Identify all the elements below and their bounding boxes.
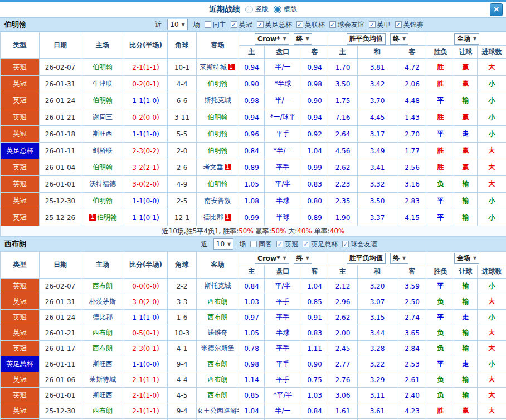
- home-team[interactable]: 牛津联: [81, 76, 124, 92]
- home-team[interactable]: 伯明翰: [81, 92, 124, 109]
- away-team[interactable]: 西布朗: [197, 372, 239, 388]
- league-checkbox[interactable]: ✓英甲: [369, 20, 391, 30]
- away-team[interactable]: 西布朗: [197, 388, 239, 403]
- avg-final-select[interactable]: 终 ▼: [390, 33, 408, 45]
- match-score[interactable]: 3-2(2-1): [124, 159, 168, 176]
- away-team[interactable]: 伯明翰: [197, 109, 239, 126]
- away-team[interactable]: 伯明翰: [197, 126, 239, 143]
- home-team[interactable]: 斯旺西: [81, 388, 124, 403]
- venue-checkbox[interactable]: 同主: [205, 20, 226, 30]
- away-team[interactable]: 伯明翰: [197, 176, 239, 193]
- home-team[interactable]: 伯明翰: [81, 159, 124, 176]
- match-score[interactable]: 1-1(1-0): [124, 92, 168, 109]
- avg-away: 2.83: [397, 193, 427, 209]
- avg-away: 2.74: [397, 310, 427, 325]
- home-team[interactable]: 莱斯特城: [81, 372, 124, 388]
- home-team[interactable]: 西布朗: [81, 279, 124, 294]
- odds-handicap: 半球: [265, 325, 301, 341]
- league-checkbox[interactable]: ✓英足总杯: [303, 240, 338, 249]
- league-checkbox-label: 英联杯: [305, 20, 325, 30]
- match-score[interactable]: 0-0(0-0): [124, 279, 168, 294]
- home-team[interactable]: 沃特福德: [81, 176, 124, 193]
- home-team[interactable]: 朴茨茅斯: [81, 294, 124, 310]
- avg-away: 4.23: [397, 403, 427, 419]
- away-team[interactable]: 西布朗: [197, 294, 239, 310]
- away-team[interactable]: 伯明翰: [197, 76, 239, 92]
- match-score[interactable]: 1-1(1-0): [124, 310, 168, 325]
- avg-draw: 3.41: [358, 159, 397, 176]
- away-team[interactable]: 女王公园巡游者: [197, 403, 239, 419]
- match-score[interactable]: 3-0(2-0): [124, 294, 168, 310]
- away-team[interactable]: 米德尔斯堡: [197, 341, 239, 356]
- layout-horizontal-radio[interactable]: 横版: [274, 4, 297, 14]
- away-team[interactable]: 斯托克城: [197, 92, 239, 109]
- summary-part: 50%: [271, 227, 286, 235]
- odds-handicap: 平手: [265, 341, 301, 356]
- odds-final-select[interactable]: 终 ▼: [294, 33, 312, 45]
- league-checkbox[interactable]: ✓球会友谊: [329, 20, 364, 30]
- layout-vertical-radio[interactable]: 竖版: [245, 4, 269, 14]
- odds-home: 0.94: [239, 59, 265, 76]
- avg-draw: 3.29: [358, 372, 397, 388]
- home-team[interactable]: 斯旺西: [81, 356, 124, 372]
- league-checkbox[interactable]: ✓英冠: [231, 20, 252, 30]
- close-button[interactable]: ×: [490, 3, 503, 16]
- league-checkbox[interactable]: ✓英冠: [276, 240, 298, 249]
- match-score[interactable]: 2-3(0-2): [124, 143, 168, 159]
- league-checkbox[interactable]: ✓球会友谊: [342, 240, 377, 249]
- match-score[interactable]: 2-1(1-1): [124, 59, 168, 76]
- avg-away: 2.06: [397, 76, 427, 92]
- match-score[interactable]: 1-1(1-0): [124, 126, 168, 143]
- home-team[interactable]: 西布朗: [81, 341, 124, 356]
- match-score[interactable]: 0-5(0-1): [124, 325, 168, 341]
- match-score[interactable]: 2-1(1-0): [124, 388, 168, 403]
- away-team[interactable]: 考文垂1: [197, 159, 239, 176]
- match-score[interactable]: 1-1(0-0): [124, 356, 168, 372]
- home-team[interactable]: 西布朗: [81, 403, 124, 419]
- home-team[interactable]: 1伯明翰: [81, 209, 124, 226]
- corners: 4-1: [168, 341, 197, 356]
- scope-select[interactable]: 全场 ▼: [454, 253, 479, 264]
- home-team[interactable]: 剑桥联: [81, 143, 124, 159]
- away-team[interactable]: 德比郡1: [197, 209, 239, 226]
- sub-col-result: 胜负: [427, 46, 454, 59]
- away-team[interactable]: 莱斯特城1: [197, 59, 239, 76]
- home-team[interactable]: 伯明翰: [81, 59, 124, 76]
- league-checkbox[interactable]: ✓英锦赛: [395, 20, 424, 30]
- odds-source-select[interactable]: Crow* ▼: [255, 33, 289, 45]
- result-goals: 小: [478, 209, 506, 226]
- odds-final-select[interactable]: 终 ▼: [294, 253, 312, 264]
- away-team[interactable]: 西布朗: [197, 310, 239, 325]
- scope-select[interactable]: 全场 ▼: [454, 33, 479, 45]
- venue-checkbox[interactable]: 同客: [250, 240, 272, 249]
- team-name-text: 沃特福德: [89, 180, 116, 188]
- home-team[interactable]: 谢周三: [81, 109, 124, 126]
- league-checkbox[interactable]: ✓英联杯: [296, 20, 325, 30]
- result-wdl: 胜: [427, 403, 454, 419]
- odds-home: 1.05: [239, 325, 265, 341]
- away-team[interactable]: 伯明翰: [197, 143, 239, 159]
- team-name: 伯明翰: [4, 19, 77, 30]
- match-score[interactable]: 0-2(0-0): [124, 109, 168, 126]
- away-team[interactable]: 南安普敦: [197, 193, 239, 209]
- away-team[interactable]: 西布朗: [197, 356, 239, 372]
- league-checkbox[interactable]: ✓英足总杯: [257, 20, 292, 30]
- home-team[interactable]: 斯旺西: [81, 126, 124, 143]
- match-score[interactable]: 1-1(0-0): [124, 193, 168, 209]
- match-score[interactable]: 2-1(1-1): [124, 403, 168, 419]
- home-team[interactable]: 伯明翰: [81, 193, 124, 209]
- match-score[interactable]: 3-0(2-0): [124, 176, 168, 193]
- avg-away: 4.72: [397, 59, 427, 76]
- match-score[interactable]: 2-3(0-1): [124, 341, 168, 356]
- match-score[interactable]: 0-2(0-1): [124, 76, 168, 92]
- home-team[interactable]: 西布朗: [81, 325, 124, 341]
- match-score[interactable]: 1-1(0-1): [124, 209, 168, 226]
- away-team[interactable]: 诺维奇: [197, 325, 239, 341]
- match-score[interactable]: 2-1(1-1): [124, 372, 168, 388]
- away-team[interactable]: 斯托克城: [197, 279, 239, 294]
- recent-count-select[interactable]: 10 ▼: [213, 238, 233, 250]
- home-team[interactable]: 德比郡: [81, 310, 124, 325]
- recent-count-select[interactable]: 10 ▼: [167, 19, 187, 30]
- avg-final-select[interactable]: 终 ▼: [390, 253, 408, 264]
- odds-source-select[interactable]: Crow* ▼: [255, 253, 289, 264]
